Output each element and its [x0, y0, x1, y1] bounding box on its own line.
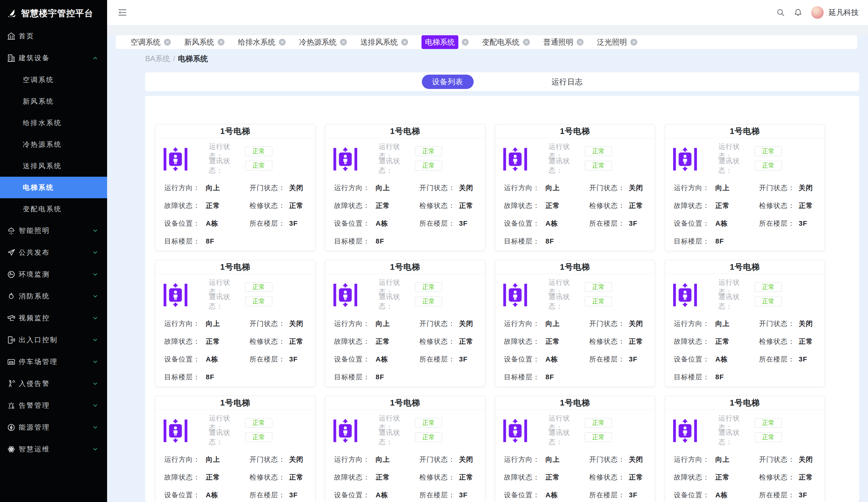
status-column: 运行状态： 正常 通讯状态： 正常	[549, 418, 612, 447]
avatar[interactable]	[811, 6, 824, 19]
sidebar-item-4[interactable]: 环境监测	[0, 263, 107, 285]
detail-label: 故障状态：	[164, 202, 206, 210]
chevron-down-icon	[92, 293, 99, 300]
parking-icon	[7, 357, 16, 366]
detail-value: 向上	[715, 184, 759, 192]
status-badge: 正常	[755, 418, 782, 428]
close-icon[interactable]: ✕	[577, 39, 583, 45]
sidebar-item-12[interactable]: 智慧运维	[0, 438, 107, 460]
app-logo: 智慧楼宇管控平台	[0, 0, 107, 25]
status-row: 通讯状态： 正常	[379, 161, 442, 170]
elevator-card: 1号电梯 运行状态： 正常 通讯状态： 正常 运行方向： 向上开门状态： 关闭故…	[155, 396, 316, 502]
detail-value: A栋	[375, 219, 419, 228]
chevron-down-icon	[92, 424, 99, 430]
detail-label: 所在楼层：	[419, 355, 459, 363]
energy-icon	[7, 423, 16, 432]
detail-label: 所在楼层：	[589, 355, 629, 363]
status-badge: 正常	[755, 161, 782, 170]
system-tab-label[interactable]: 给排水系统	[238, 37, 276, 47]
detail-value: 正常	[715, 473, 759, 481]
sidebar-subitem[interactable]: 给排水系统	[0, 112, 107, 134]
menu-fold-icon[interactable]	[118, 8, 127, 17]
sidebar-subitem-active[interactable]: 电梯系统	[0, 177, 107, 198]
sidebar-item-8[interactable]: 停车场管理	[0, 351, 107, 373]
device-list-panel: 1号电梯 运行状态： 正常 通讯状态： 正常 运行方向： 向上开门状态： 关闭故…	[145, 96, 859, 502]
sidebar-item-3[interactable]: 公共发布	[0, 242, 107, 263]
elevator-icon	[503, 146, 528, 172]
detail-label: 设备位置：	[164, 491, 206, 499]
sidebar-item-10[interactable]: 告警管理	[0, 395, 107, 417]
detail-label: 开门状态：	[249, 320, 289, 328]
detail-label: 故障状态：	[334, 337, 375, 346]
status-label: 通讯状态：	[379, 428, 414, 447]
detail-label: 开门状态：	[419, 320, 459, 328]
view-tab-active[interactable]: 设备列表	[422, 75, 474, 89]
chevron-down-icon	[92, 337, 99, 343]
sidebar: 智慧楼宇管控平台 首页 建筑设备 空调系统新风系统给排水系统冷热源系统送排风系统…	[0, 0, 107, 502]
close-icon[interactable]: ✕	[164, 39, 171, 45]
detail-label: 运行方向：	[334, 456, 375, 463]
sidebar-item-2[interactable]: 智能照明	[0, 220, 107, 242]
detail-label: 故障状态：	[674, 473, 715, 481]
detail-label: 检修状态：	[759, 202, 799, 210]
sidebar-subitem[interactable]: 空调系统	[0, 69, 107, 91]
close-icon[interactable]: ✕	[279, 39, 286, 45]
main-area: 延凡科技 空调系统✕新风系统✕给排水系统✕冷热源系统✕送排风系统✕电梯系统✕变配…	[107, 0, 868, 502]
sidebar-subitem[interactable]: 变配电系统	[0, 198, 107, 220]
card-details: 运行方向： 向上开门状态： 关闭故障状态： 正常检修状态： 正常设备位置： A栋…	[495, 184, 655, 245]
system-tab: 泛光照明✕	[597, 37, 637, 47]
status-column: 运行状态： 正常 通讯状态： 正常	[379, 282, 442, 311]
status-badge: 正常	[585, 282, 612, 292]
close-icon[interactable]: ✕	[340, 39, 347, 45]
breadcrumb-parent[interactable]: BA系统	[145, 54, 170, 64]
detail-value: 8F	[206, 373, 249, 381]
elevator-icon	[163, 418, 188, 443]
detail-value: A栋	[715, 491, 759, 499]
sidebar-item-0[interactable]: 首页	[0, 25, 107, 47]
bell-icon[interactable]	[794, 8, 803, 17]
system-tab-label[interactable]: 电梯系统	[422, 35, 458, 49]
status-column: 运行状态： 正常 通讯状态： 正常	[209, 418, 272, 447]
card-title: 1号电梯	[155, 260, 315, 274]
close-icon[interactable]: ✕	[401, 39, 408, 45]
detail-value: 向上	[715, 320, 759, 328]
status-badge: 正常	[585, 418, 612, 428]
system-tab-label[interactable]: 变配电系统	[482, 37, 519, 47]
sidebar-item-6[interactable]: 视频监控	[0, 307, 107, 329]
system-tab-label[interactable]: 普通照明	[543, 37, 573, 47]
close-icon[interactable]: ✕	[523, 39, 530, 45]
system-tab-label[interactable]: 泛光照明	[597, 37, 627, 47]
sidebar-item-11[interactable]: 能源管理	[0, 417, 107, 438]
close-icon[interactable]: ✕	[630, 39, 637, 45]
detail-value: 8F	[715, 237, 759, 245]
system-tab-label[interactable]: 冷热源系统	[299, 37, 337, 47]
card-title: 1号电梯	[665, 260, 825, 274]
sidebar-subitem[interactable]: 冷热源系统	[0, 134, 107, 155]
home-icon	[7, 32, 16, 41]
view-tab-inactive[interactable]: 运行日志	[552, 77, 583, 87]
sidebar-item-9[interactable]: 入侵告警	[0, 373, 107, 395]
card-top: 运行状态： 正常 通讯状态： 正常	[495, 274, 655, 311]
search-icon[interactable]	[776, 8, 785, 17]
user-name[interactable]: 延凡科技	[829, 8, 859, 18]
sidebar-subitem[interactable]: 送排风系统	[0, 155, 107, 177]
close-icon[interactable]: ✕	[462, 39, 469, 45]
detail-label: 运行方向：	[334, 320, 375, 328]
detail-value: 正常	[799, 202, 825, 210]
status-label: 通讯状态：	[719, 428, 753, 447]
sidebar-subitem[interactable]: 新风系统	[0, 91, 107, 112]
sidebar-item-5[interactable]: 消防系统	[0, 285, 107, 307]
detail-label: 运行方向：	[164, 320, 206, 328]
detail-value: A栋	[206, 219, 249, 228]
sidebar-item-1[interactable]: 建筑设备	[0, 47, 107, 69]
sidebar-item-7[interactable]: 出入口控制	[0, 329, 107, 351]
intrusion-icon	[7, 379, 16, 388]
detail-label: 检修状态：	[419, 202, 459, 210]
system-tab-label[interactable]: 空调系统	[131, 37, 161, 47]
system-tab-label[interactable]: 送排风系统	[360, 37, 398, 47]
detail-value: 3F	[289, 219, 315, 228]
elevator-icon	[503, 418, 528, 443]
system-tab-label[interactable]: 新风系统	[184, 37, 214, 47]
close-icon[interactable]: ✕	[218, 39, 225, 45]
system-tab: 冷热源系统✕	[299, 37, 347, 47]
